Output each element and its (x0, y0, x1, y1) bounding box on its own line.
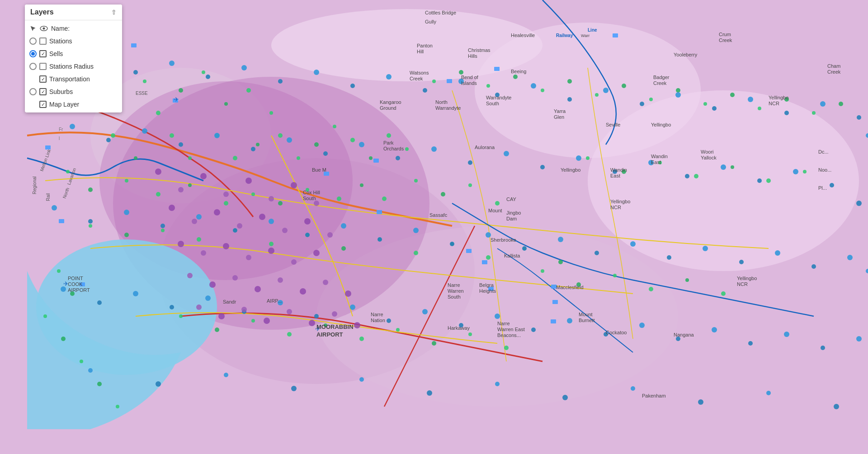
svg-point-153 (793, 169, 798, 174)
svg-point-24 (111, 133, 115, 138)
svg-point-182 (205, 295, 211, 301)
svg-point-42 (278, 201, 283, 206)
svg-point-83 (359, 337, 364, 341)
layer-row-sells[interactable]: Sells (25, 47, 122, 60)
svg-point-244 (300, 288, 306, 295)
checkbox-stations[interactable] (39, 37, 47, 45)
svg-point-249 (241, 307, 247, 312)
layer-row-stations[interactable]: Stations (25, 35, 122, 47)
layer-label-map-layer: Map Layer (49, 101, 118, 108)
svg-point-49 (468, 183, 472, 187)
svg-point-150 (685, 174, 689, 178)
svg-text:Woori: Woori (701, 149, 714, 154)
svg-point-115 (241, 65, 247, 70)
layer-row-stations-radius[interactable]: Stations Radius (25, 60, 122, 73)
svg-text:l: l (59, 136, 60, 141)
svg-point-238 (313, 250, 320, 256)
svg-text:Badger: Badger (653, 75, 670, 80)
layer-row-transportation[interactable]: Transportation (25, 73, 122, 85)
svg-point-230 (304, 218, 311, 225)
svg-text:Railway: Railway (556, 33, 573, 38)
svg-point-60 (414, 251, 418, 255)
svg-point-65 (586, 156, 590, 160)
layer-label-suburbs: Suburbs (49, 88, 118, 95)
layer-row-map-layer[interactable]: Map Layer (25, 98, 122, 111)
svg-point-70 (766, 178, 771, 183)
chevron-up-icon[interactable]: ⇧ (111, 9, 117, 16)
radio-stations[interactable] (29, 37, 37, 45)
svg-point-38 (156, 192, 160, 197)
layers-header[interactable]: Layers ⇧ (25, 5, 122, 20)
svg-point-37 (125, 179, 128, 183)
svg-point-206 (427, 390, 432, 396)
svg-point-140 (323, 151, 328, 156)
svg-point-225 (192, 219, 197, 224)
svg-point-242 (255, 286, 261, 292)
svg-point-199 (821, 346, 825, 350)
svg-point-106 (730, 93, 735, 97)
svg-point-187 (387, 318, 391, 323)
svg-rect-267 (552, 300, 558, 304)
svg-text:Glen: Glen (554, 114, 564, 120)
svg-point-123 (531, 83, 536, 89)
checkbox-stations-radius[interactable] (39, 63, 47, 70)
svg-text:Orchards: Orchards (383, 146, 404, 151)
svg-point-50 (495, 201, 500, 206)
svg-text:East: East (610, 173, 620, 178)
eye-icon (39, 25, 48, 32)
svg-point-98 (513, 75, 518, 79)
svg-point-30 (333, 125, 336, 128)
svg-point-26 (256, 143, 259, 146)
map-container[interactable]: ✈ ✈ ✈ Cottles Bridge Gully Healesville W… (0, 0, 868, 454)
svg-text:POINT: POINT (68, 276, 83, 281)
svg-point-154 (830, 183, 834, 187)
svg-text:Bend of: Bend of (461, 75, 479, 80)
layer-row-suburbs[interactable]: Suburbs (25, 85, 122, 98)
svg-point-129 (748, 97, 753, 102)
name-header-row: Name: (25, 22, 122, 35)
svg-point-152 (757, 178, 762, 183)
svg-point-217 (178, 187, 184, 192)
svg-rect-263 (466, 249, 472, 253)
radio-stations-radius[interactable] (29, 63, 37, 70)
svg-point-96 (459, 70, 463, 75)
svg-text:Cottles Bridge: Cottles Bridge (425, 10, 456, 15)
svg-point-216 (155, 168, 161, 175)
radio-sells[interactable] (29, 50, 37, 57)
svg-rect-264 (482, 260, 487, 264)
checkbox-transportation[interactable] (39, 75, 47, 83)
svg-text:Dam: Dam (506, 216, 517, 221)
svg-rect-258 (59, 219, 64, 223)
svg-point-241 (232, 275, 238, 281)
svg-point-175 (775, 250, 780, 256)
checkbox-suburbs[interactable] (39, 88, 47, 95)
svg-point-120 (423, 88, 427, 93)
svg-point-180 (133, 291, 138, 296)
svg-point-157 (124, 210, 129, 215)
svg-point-13 (143, 80, 146, 83)
svg-rect-270 (447, 79, 452, 83)
radio-suburbs[interactable] (29, 88, 37, 95)
svg-point-177 (847, 255, 853, 260)
svg-text:AIRPORT: AIRPORT (68, 287, 90, 293)
svg-point-16 (156, 111, 160, 115)
svg-point-79 (215, 328, 219, 332)
svg-point-94 (116, 405, 119, 408)
svg-point-92 (80, 360, 83, 363)
svg-text:Creek: Creek (410, 76, 423, 81)
svg-point-219 (223, 192, 229, 197)
svg-text:Christmas: Christmas (468, 47, 491, 53)
svg-text:Bue M: Bue M (312, 167, 326, 173)
svg-point-146 (540, 165, 545, 169)
checkbox-sells[interactable] (39, 50, 47, 57)
svg-point-200 (856, 336, 862, 342)
svg-text:South: South (486, 101, 499, 106)
layers-panel: Layers ⇧ Name: Stations (25, 5, 122, 112)
svg-text:Yellingbo: Yellingbo (737, 276, 757, 281)
svg-point-165 (413, 228, 419, 233)
svg-point-116 (278, 79, 283, 84)
svg-point-181 (170, 305, 174, 309)
svg-point-90 (43, 314, 47, 318)
svg-text:AIRP...: AIRP... (267, 298, 282, 304)
checkbox-map-layer[interactable] (39, 101, 47, 108)
